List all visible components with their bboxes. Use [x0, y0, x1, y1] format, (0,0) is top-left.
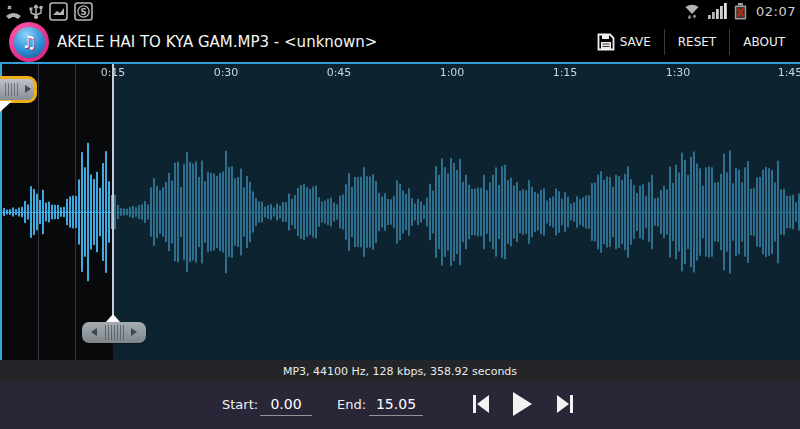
grip-lines [105, 325, 124, 340]
save-button[interactable]: SAVE [584, 22, 664, 62]
status-bar-system: 02:07 [682, 2, 796, 20]
app-logo-icon: ♫ [9, 22, 49, 62]
play-button[interactable] [510, 391, 534, 417]
start-time-label: Start: [222, 397, 258, 412]
start-marker-handle[interactable] [0, 76, 37, 103]
status-bar-notifications: S [4, 2, 93, 21]
about-label: ABOUT [743, 35, 785, 49]
header-actions: SAVE RESET ABOUT [584, 22, 798, 62]
status-bar: S [0, 0, 800, 22]
clock-time: 02:07 [756, 4, 796, 19]
battery-error-icon [734, 3, 747, 20]
selection-end-line [112, 64, 114, 322]
timeline-label: 1:00 [440, 66, 465, 79]
file-info-bar: MP3, 44100 Hz, 128 kbps, 358.92 seconds [0, 360, 800, 382]
reset-label: RESET [678, 35, 716, 49]
timeline-label: 1:45 [778, 66, 800, 79]
skip-to-end-button[interactable] [555, 393, 575, 415]
start-time-input[interactable] [260, 392, 312, 416]
grip-lines [5, 83, 18, 96]
end-time-label: End: [337, 397, 366, 412]
svg-text:S: S [80, 6, 86, 16]
title-bar: ♫ AKELE HAI TO KYA GAM.MP3 - <unknown> S… [0, 22, 800, 62]
chart-notification-icon [49, 2, 68, 21]
usb-icon [29, 2, 43, 20]
page-title: AKELE HAI TO KYA GAM.MP3 - <unknown> [57, 33, 377, 51]
app-screen: S [0, 0, 800, 429]
timeline-label: 1:30 [666, 66, 691, 79]
timeline-label: 0:30 [214, 66, 239, 79]
reset-button[interactable]: RESET [665, 22, 729, 62]
wifi-icon [682, 2, 702, 20]
timeline: 0:150:300:451:001:151:301:45 [0, 64, 800, 84]
end-marker-handle[interactable] [82, 322, 146, 343]
arrow-left-icon [91, 328, 97, 336]
floppy-disk-icon [597, 33, 615, 51]
s-notification-icon: S [74, 2, 93, 21]
timeline-label: 1:15 [553, 66, 578, 79]
missed-call-icon [4, 3, 23, 20]
about-button[interactable]: ABOUT [730, 22, 798, 62]
arrow-right-icon [25, 85, 31, 93]
save-label: SAVE [620, 35, 651, 49]
bottom-controls: Start: End: [0, 382, 800, 429]
music-note-icon: ♫ [14, 27, 45, 58]
end-time-input[interactable] [369, 392, 423, 416]
file-info-text: MP3, 44100 Hz, 128 kbps, 358.92 seconds [283, 365, 517, 378]
start-marker-pointer [0, 101, 12, 112]
arrow-right-icon [131, 328, 137, 336]
timeline-label: 0:45 [327, 66, 352, 79]
skip-to-start-button[interactable] [471, 393, 491, 415]
signal-bars-icon [708, 3, 728, 19]
